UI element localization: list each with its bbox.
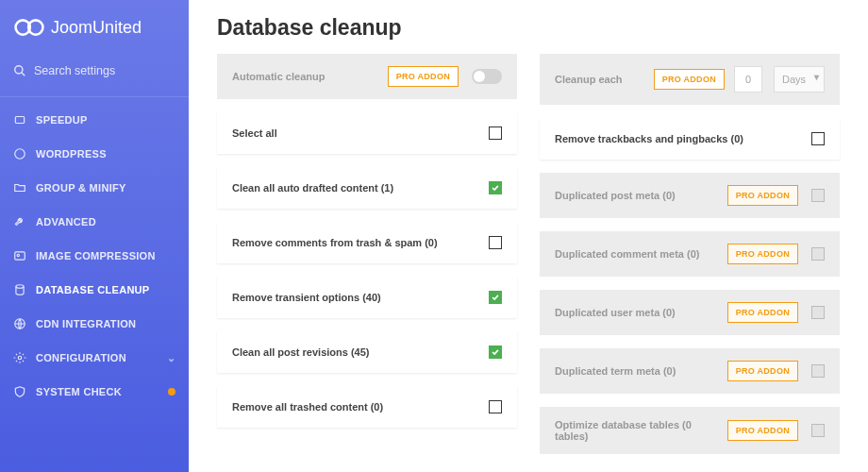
pro-addon-badge[interactable]: PRO ADDON	[388, 66, 459, 87]
sidebar-item-advanced[interactable]: ADVANCED	[0, 205, 189, 239]
row-checkbox	[811, 424, 825, 437]
app-logo: JoomUnited	[0, 13, 189, 55]
sidebar-item-database-cleanup[interactable]: DATABASE CLEANUP	[0, 273, 189, 307]
row-checkbox[interactable]	[489, 236, 502, 249]
gear-icon	[13, 351, 26, 364]
row-checkbox	[811, 189, 825, 202]
nav-label: IMAGE COMPRESSION	[36, 250, 156, 261]
row-checkbox[interactable]	[489, 400, 502, 413]
row-label: Remove comments from trash & spam (0)	[232, 237, 489, 248]
gauge-icon	[13, 113, 26, 126]
nav-label: SPEEDUP	[36, 114, 88, 126]
auto-cleanup-label: Automatic cleanup	[232, 71, 388, 82]
shield-icon	[13, 385, 26, 398]
app-name: JoomUnited	[51, 18, 142, 38]
row-checkbox	[811, 364, 825, 378]
row-label: Duplicated post meta (0)	[555, 190, 727, 201]
cleanup-row: Remove trackbacks and pingbacks (0)	[540, 118, 840, 160]
row-label: Remove transient options (40)	[232, 292, 489, 303]
row-checkbox	[811, 247, 825, 261]
cleanup-row: Remove comments from trash & spam (0)	[217, 222, 517, 263]
alert-badge	[168, 388, 175, 396]
sidebar-item-wordpress[interactable]: WORDPRESS	[0, 137, 189, 171]
main-panel: Database cleanup Automatic cleanup PRO A…	[189, 0, 868, 472]
cleanup-row: Duplicated term meta (0)PRO ADDON	[540, 348, 840, 394]
globe-icon	[13, 317, 26, 330]
wrench-icon	[13, 215, 26, 228]
nav-list: SPEEDUPWORDPRESSGROUP & MINIFYADVANCEDIM…	[0, 103, 189, 409]
row-checkbox[interactable]	[489, 291, 502, 304]
folder-icon	[13, 181, 26, 194]
nav-label: SYSTEM CHECK	[36, 386, 122, 397]
svg-rect-6	[15, 252, 25, 260]
pro-addon-badge[interactable]: PRO ADDON	[727, 420, 798, 441]
sidebar-search[interactable]: Search settings	[0, 55, 189, 91]
nav-label: WORDPRESS	[36, 148, 107, 160]
svg-point-2	[15, 66, 23, 74]
pro-addon-badge[interactable]: PRO ADDON	[727, 185, 798, 206]
row-label: Duplicated user meta (0)	[555, 307, 727, 318]
cleanup-unit-select[interactable]: Days	[774, 66, 825, 93]
sidebar-item-image-compression[interactable]: IMAGE COMPRESSION	[0, 239, 189, 273]
pro-addon-badge[interactable]: PRO ADDON	[727, 302, 798, 323]
cleanup-row: Clean all post revisions (45)	[217, 331, 517, 373]
cleanup-row: Clean all auto drafted content (1)	[217, 167, 517, 209]
nav-label: ADVANCED	[36, 216, 96, 228]
cleanup-row: Remove all trashed content (0)	[217, 386, 517, 428]
sidebar-item-cdn-integration[interactable]: CDN INTEGRATION	[0, 307, 189, 341]
database-icon	[13, 283, 26, 296]
sidebar-item-system-check[interactable]: SYSTEM CHECK	[0, 375, 189, 409]
cleanup-row: Remove transient options (40)	[217, 277, 517, 318]
svg-line-3	[22, 73, 25, 76]
sidebar: JoomUnited Search settings SPEEDUPWORDPR…	[0, 0, 189, 472]
cleanup-interval-input[interactable]	[734, 66, 762, 93]
nav-label: CDN INTEGRATION	[36, 318, 136, 329]
sidebar-item-group-minify[interactable]: GROUP & MINIFY	[0, 171, 189, 205]
wordpress-icon	[13, 147, 26, 160]
page-title: Database cleanup	[217, 15, 840, 41]
row-label: Duplicated term meta (0)	[555, 365, 727, 377]
row-label: Remove all trashed content (0)	[232, 401, 489, 413]
right-column: Cleanup each PRO ADDON Days Remove track…	[540, 54, 840, 454]
row-label: Optimize database tables (0 tables)	[555, 419, 727, 442]
columns: Automatic cleanup PRO ADDON Select allCl…	[217, 54, 840, 454]
row-checkbox[interactable]	[811, 132, 825, 145]
svg-point-8	[16, 285, 24, 289]
row-checkbox[interactable]	[489, 181, 502, 194]
row-label: Clean all auto drafted content (1)	[232, 182, 489, 194]
svg-point-5	[15, 149, 25, 160]
cleanup-row: Select all	[217, 112, 517, 154]
row-checkbox	[811, 306, 825, 319]
cleanup-row: Optimize database tables (0 tables)PRO A…	[540, 407, 840, 454]
nav-divider	[0, 96, 189, 97]
nav-label: GROUP & MINIFY	[36, 182, 126, 194]
row-label: Clean all post revisions (45)	[232, 346, 489, 358]
auto-cleanup-toggle[interactable]	[472, 69, 502, 84]
cleanup-row: Duplicated comment meta (0)PRO ADDON	[540, 231, 840, 277]
pro-addon-badge[interactable]: PRO ADDON	[727, 244, 798, 264]
search-icon	[13, 64, 26, 77]
cleanup-row: Duplicated post meta (0)PRO ADDON	[540, 173, 840, 218]
cleanup-each-label: Cleanup each	[555, 74, 654, 85]
row-checkbox[interactable]	[489, 126, 502, 140]
chevron-down-icon: ⌄	[167, 352, 175, 364]
pro-addon-badge[interactable]: PRO ADDON	[727, 361, 798, 381]
row-checkbox[interactable]	[489, 346, 502, 359]
nav-label: DATABASE CLEANUP	[36, 284, 150, 295]
svg-point-7	[17, 254, 19, 256]
left-column: Automatic cleanup PRO ADDON Select allCl…	[217, 54, 517, 454]
row-label: Remove trackbacks and pingbacks (0)	[555, 133, 811, 144]
cleanup-row: Duplicated user meta (0)PRO ADDON	[540, 290, 840, 335]
sidebar-item-configuration[interactable]: CONFIGURATION⌄	[0, 341, 189, 375]
sidebar-item-speedup[interactable]: SPEEDUP	[0, 103, 189, 137]
row-label: Duplicated comment meta (0)	[555, 248, 727, 260]
svg-point-10	[18, 356, 22, 360]
image-icon	[13, 249, 26, 262]
search-placeholder: Search settings	[34, 64, 115, 77]
nav-label: CONFIGURATION	[36, 352, 126, 363]
svg-rect-4	[15, 117, 24, 124]
cleanup-each-header: Cleanup each PRO ADDON Days	[540, 54, 840, 105]
pro-addon-badge[interactable]: PRO ADDON	[654, 69, 725, 90]
logo-icon	[13, 17, 45, 38]
auto-cleanup-header: Automatic cleanup PRO ADDON	[217, 54, 517, 99]
